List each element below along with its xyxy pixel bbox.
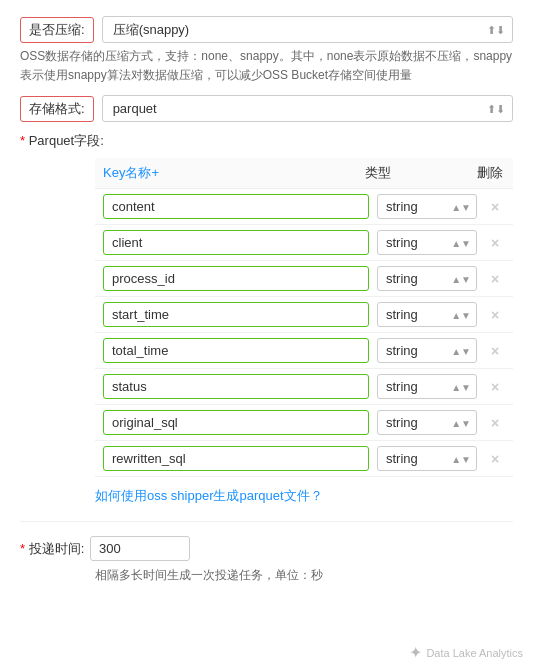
key-input-process-id[interactable] [103, 266, 369, 291]
type-select-status[interactable]: string intlongfloatdoubleboolean [377, 374, 477, 399]
key-input-content[interactable] [103, 194, 369, 219]
key-input-total-time[interactable] [103, 338, 369, 363]
storage-section: 存储格式: parquet json csv ⬆⬇ [20, 95, 513, 122]
compression-section: 是否压缩: none 压缩(snappy) ⬆⬇ [20, 16, 513, 43]
delete-button-status[interactable]: × [485, 379, 505, 395]
type-select-process-id[interactable]: string intlongfloatdoubleboolean [377, 266, 477, 291]
watermark: ✦ Data Lake Analytics [409, 643, 523, 662]
type-select-wrapper-process-id: string intlongfloatdoubleboolean ▲▼ [377, 266, 477, 291]
compression-select-wrapper: none 压缩(snappy) ⬆⬇ [102, 16, 513, 43]
watermark-icon: ✦ [409, 643, 422, 662]
compression-select[interactable]: none 压缩(snappy) [102, 16, 513, 43]
type-select-content[interactable]: string intlongfloatdoubleboolean [377, 194, 477, 219]
type-select-total-time[interactable]: string intlongfloatdoubleboolean [377, 338, 477, 363]
key-input-client[interactable] [103, 230, 369, 255]
delivery-hint: 相隔多长时间生成一次投递任务，单位：秒 [95, 567, 513, 584]
parquet-rows: string intlongfloatdoubleboolean ▲▼ × st… [95, 189, 513, 477]
type-select-wrapper-client: string intlongfloatdoubleboolean ▲▼ [377, 230, 477, 255]
compression-label: 是否压缩: [20, 17, 94, 43]
add-key-button[interactable]: Key名称+ [103, 164, 365, 182]
delete-button-content[interactable]: × [485, 199, 505, 215]
type-select-wrapper-rewritten-sql: string intlongfloatdoubleboolean ▲▼ [377, 446, 477, 471]
parquet-header: Parquet字段: [20, 132, 513, 150]
table-row: string intlongfloatdoubleboolean ▲▼ × [95, 225, 513, 261]
delete-button-start-time[interactable]: × [485, 307, 505, 323]
storage-select[interactable]: parquet json csv [102, 95, 513, 122]
parquet-section: Parquet字段: Key名称+ 类型 删除 string intlongfl… [20, 132, 513, 505]
delete-button-client[interactable]: × [485, 235, 505, 251]
type-select-start-time[interactable]: string intlongfloatdoubleboolean [377, 302, 477, 327]
delete-button-rewritten-sql[interactable]: × [485, 451, 505, 467]
key-input-status[interactable] [103, 374, 369, 399]
key-input-start-time[interactable] [103, 302, 369, 327]
compression-hint: OSS数据存储的压缩方式，支持：none、snappy。其中，none表示原始数… [20, 47, 513, 85]
delete-button-total-time[interactable]: × [485, 343, 505, 359]
type-column-header: 类型 [365, 164, 475, 182]
delivery-input[interactable] [90, 536, 190, 561]
type-select-client[interactable]: string intlongfloatdoubleboolean [377, 230, 477, 255]
delete-column-header: 删除 [475, 164, 505, 182]
storage-select-wrapper: parquet json csv ⬆⬇ [102, 95, 513, 122]
table-row: string intlongfloatdoubleboolean ▲▼ × [95, 405, 513, 441]
delivery-row: 投递时间: [20, 536, 513, 561]
type-select-wrapper-start-time: string intlongfloatdoubleboolean ▲▼ [377, 302, 477, 327]
parquet-help-link[interactable]: 如何使用oss shipper生成parquet文件？ [95, 487, 513, 505]
type-select-wrapper-original-sql: string intlongfloatdoubleboolean ▲▼ [377, 410, 477, 435]
delivery-label: 投递时间: [20, 540, 90, 558]
key-input-rewritten-sql[interactable] [103, 446, 369, 471]
parquet-table-header: Key名称+ 类型 删除 [95, 158, 513, 189]
storage-label: 存储格式: [20, 96, 94, 122]
watermark-text: Data Lake Analytics [426, 647, 523, 659]
parquet-section-label: Parquet字段: [20, 132, 104, 150]
type-select-wrapper-content: string intlongfloatdoubleboolean ▲▼ [377, 194, 477, 219]
type-select-wrapper-status: string intlongfloatdoubleboolean ▲▼ [377, 374, 477, 399]
type-select-original-sql[interactable]: string intlongfloatdoubleboolean [377, 410, 477, 435]
type-select-wrapper-total-time: string intlongfloatdoubleboolean ▲▼ [377, 338, 477, 363]
table-row: string intlongfloatdoubleboolean ▲▼ × [95, 297, 513, 333]
table-row: string intlongfloatdoubleboolean ▲▼ × [95, 189, 513, 225]
delete-button-process-id[interactable]: × [485, 271, 505, 287]
delete-button-original-sql[interactable]: × [485, 415, 505, 431]
delivery-section: 投递时间: 相隔多长时间生成一次投递任务，单位：秒 [20, 521, 513, 584]
table-row: string intlongfloatdoubleboolean ▲▼ × [95, 441, 513, 477]
table-row: string intlongfloatdoubleboolean ▲▼ × [95, 333, 513, 369]
table-row: string intlongfloatdoubleboolean ▲▼ × [95, 369, 513, 405]
type-select-rewritten-sql[interactable]: string intlongfloatdoubleboolean [377, 446, 477, 471]
key-input-original-sql[interactable] [103, 410, 369, 435]
table-row: string intlongfloatdoubleboolean ▲▼ × [95, 261, 513, 297]
page-container: 是否压缩: none 压缩(snappy) ⬆⬇ OSS数据存储的压缩方式，支持… [0, 0, 533, 670]
